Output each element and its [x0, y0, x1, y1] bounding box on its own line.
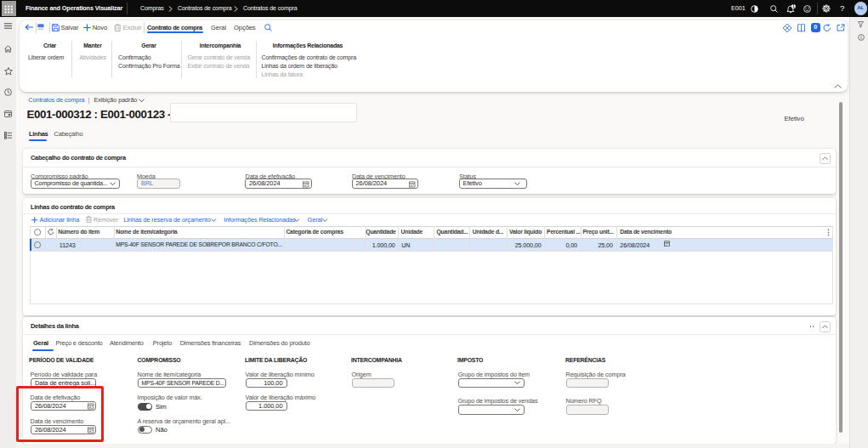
svg-text:1: 1	[792, 4, 795, 9]
